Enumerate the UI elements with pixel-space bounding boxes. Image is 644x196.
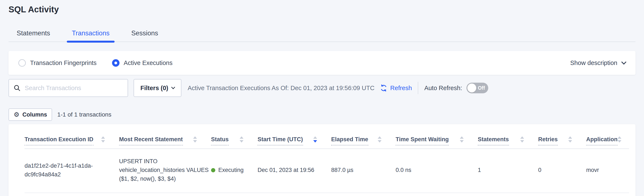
result-count: 1-1 of 1 transactions [57,111,112,118]
search-box[interactable] [8,79,128,97]
sort-icon[interactable] [618,136,622,146]
column-header-status[interactable]: Status [211,136,258,146]
column-header-statements[interactable]: Statements [478,136,538,146]
refresh-icon [380,84,388,92]
transactions-table: Transaction Execution ID Most Recent Sta… [8,124,636,196]
gear-icon: ⚙ [14,111,20,118]
filters-label: Filters (0) [140,85,168,92]
columns-label: Columns [22,111,47,118]
sort-icon[interactable] [460,136,464,146]
sort-icon[interactable] [520,136,524,146]
search-icon [14,85,20,91]
sort-icon[interactable] [193,136,197,146]
table-row: da1f21e2-de71-4c1f-a1da-dc9fc94a84a2 UPS… [24,149,629,193]
cell-start-time: Dec 01, 2023 at 19:56 [258,166,331,175]
auto-refresh-label: Auto Refresh: [424,85,462,92]
tab-statements[interactable]: Statements [16,30,51,41]
radio-active-executions[interactable]: Active Executions [112,59,173,67]
refresh-button[interactable]: Refresh [380,84,412,92]
tab-bar: Statements Transactions Sessions [8,30,636,42]
column-header-time-spent-waiting[interactable]: Time Spent Waiting [396,136,478,146]
radio-unselected-icon [18,59,26,67]
radio-selected-icon [112,59,120,67]
chevron-down-icon [171,85,175,89]
show-description-label: Show description [570,59,617,66]
status-label: Executing [218,166,244,175]
sql-activity-page: SQL Activity Statements Transactions Ses… [0,0,644,196]
sort-icon[interactable] [568,136,572,146]
sort-icon-active-desc[interactable] [313,136,317,146]
column-header-start-time[interactable]: Start Time (UTC) [258,136,331,146]
view-options-card: Transaction Fingerprints Active Executio… [8,51,636,75]
tab-sessions[interactable]: Sessions [130,30,159,41]
search-input[interactable] [24,84,123,92]
filters-button[interactable]: Filters (0) [134,79,182,97]
cell-statements: 1 [478,166,538,175]
toggle-state-label: Off [478,85,485,91]
columns-button[interactable]: ⚙ Columns [8,108,52,121]
radio-transaction-fingerprints[interactable]: Transaction Fingerprints [18,59,97,67]
cell-retries: 0 [538,166,586,175]
show-description-button[interactable]: Show description [570,59,626,66]
column-header-retries[interactable]: Retries [538,136,586,146]
table-toolbar: ⚙ Columns 1-1 of 1 transactions [8,108,636,121]
as-of-text: Active Transaction Executions As Of: Dec… [188,85,374,92]
status-executing-dot-icon [211,168,215,172]
vertical-divider [418,82,418,94]
cell-status: Executing [211,166,258,175]
cell-most-recent-statement: UPSERT INTO vehicle_location_histories V… [119,157,211,183]
toggle-knob [467,83,476,92]
radio-label: Active Executions [124,59,173,66]
page-title: SQL Activity [8,5,636,14]
radio-label: Transaction Fingerprints [30,59,97,66]
column-header-elapsed-time[interactable]: Elapsed Time [331,136,396,146]
cell-elapsed-time: 887.0 µs [331,166,396,175]
column-header-transaction-execution-id[interactable]: Transaction Execution ID [24,136,119,146]
cell-transaction-execution-id: da1f21e2-de71-4c1f-a1da-dc9fc94a84a2 [24,162,119,179]
sort-icon[interactable] [101,136,105,146]
tab-transactions[interactable]: Transactions [71,30,110,41]
sort-icon[interactable] [378,136,382,146]
chevron-down-icon [621,59,626,65]
refresh-label: Refresh [390,85,412,92]
column-header-most-recent-statement[interactable]: Most Recent Statement [119,136,211,146]
column-header-application[interactable]: Application [586,136,636,146]
table-header-row: Transaction Execution ID Most Recent Sta… [24,124,629,149]
cell-time-spent-waiting: 0.0 ns [396,166,478,175]
controls-row: Filters (0) Active Transaction Execution… [8,79,636,97]
auto-refresh-toggle[interactable]: Off [466,83,488,93]
sort-icon[interactable] [240,136,244,146]
cell-application: movr [586,166,629,175]
